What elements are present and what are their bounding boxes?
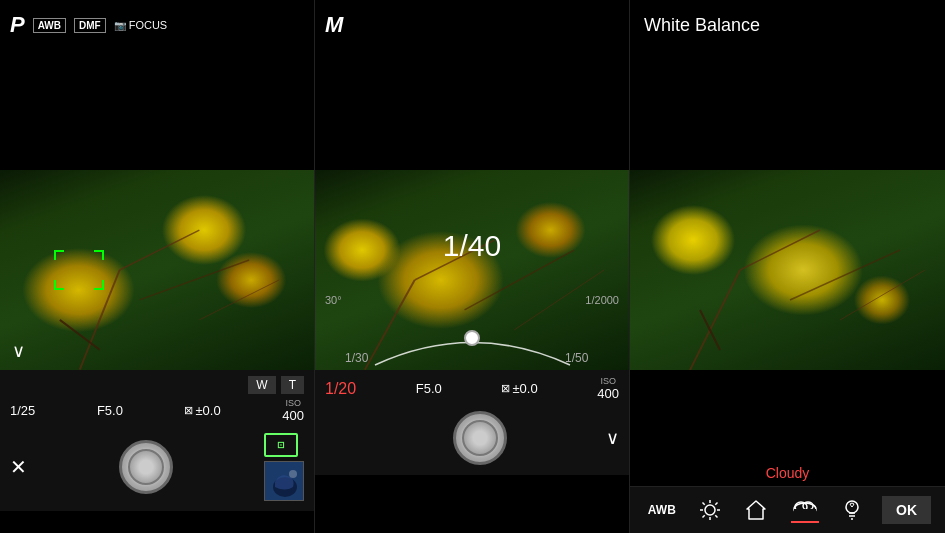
svg-line-15 [690,270,740,370]
shadow-icon [745,499,767,521]
right-scene [630,170,945,370]
middle-scene: 1/40 1/30 1/50 [315,170,629,370]
wb-selector-area: Cloudy AWB [630,370,945,533]
left-bottom-controls: W T 1/25 F5.0 ⊠ ±0.0 ISO 400 ✕ ⊡ [0,370,314,511]
shutter-btn-inner [128,449,164,485]
svg-rect-33 [794,509,816,515]
wb-selected-label: Cloudy [630,456,945,486]
camera-panel-middle: M 1/40 1/30 [315,0,630,533]
ev-icon-middle: ⊠ [501,382,510,395]
zoom-w-button[interactable]: W [248,376,275,394]
bracket-bl [54,280,64,290]
ok-button[interactable]: OK [882,496,931,524]
mode-indicator-m: M [325,12,343,38]
svg-line-26 [716,515,718,517]
svg-text:1/50: 1/50 [565,351,589,365]
svg-line-19 [700,310,720,350]
ev-left: ⊠ ±0.0 [184,403,220,418]
svg-point-7 [289,470,297,478]
aperture-left: F5.0 [97,403,123,418]
left-scene: ∨ [0,170,314,370]
shutter-button-left[interactable] [119,440,173,494]
mode-indicator-p: P [10,12,25,38]
left-top-bar: P AWB DMF 📷 FOCUS [0,0,314,50]
right-title-bar: White Balance [630,0,945,50]
wb-option-shadow[interactable] [741,497,771,523]
angle-label: 30° [325,290,342,308]
sunny-icon [699,499,721,521]
shutter-main-display: 1/40 [443,229,501,263]
left-viewfinder[interactable]: ∨ [0,170,314,370]
ev-icon-left: ⊠ [184,404,193,417]
zoom-t-button[interactable]: T [281,376,304,394]
cloudy-icon [792,497,818,515]
svg-line-27 [716,503,718,505]
zoom-controls: W T [10,376,304,394]
svg-line-3 [199,280,279,320]
iso-group-middle: ISO 400 [597,376,619,401]
awb-text: AWB [648,503,676,517]
middle-action-row: ∨ [325,407,619,469]
svg-line-16 [740,230,820,270]
focus-bracket [54,250,104,290]
shutter-btn-inner-m [462,420,498,456]
white-balance-title: White Balance [644,15,760,36]
left-settings-row: 1/25 F5.0 ⊠ ±0.0 ISO 400 [10,398,304,423]
shutter-speed-left: 1/25 [10,403,35,418]
svg-point-12 [465,331,479,345]
shutter-overlay: 1/40 [443,229,501,263]
svg-line-18 [840,270,925,320]
svg-marker-29 [747,501,765,519]
wb-option-tungsten[interactable] [838,497,866,523]
wb-active-indicator [791,521,819,523]
svg-line-17 [790,250,900,300]
bracket-tr [94,250,104,260]
svg-line-28 [703,515,705,517]
bracket-tl [54,250,64,260]
max-speed-label: 1/2000 [585,290,619,308]
wb-option-sunny[interactable] [695,497,725,523]
chevron-down-middle[interactable]: ∨ [606,427,619,449]
bracket-br [94,280,104,290]
svg-text:1/30: 1/30 [345,351,369,365]
live-icon[interactable]: ⊡ [264,433,298,457]
focus-label: 📷 FOCUS [114,19,168,31]
awb-badge: AWB [33,18,66,33]
camera-panel-right: White Balance Cloudy AWB [630,0,945,533]
right-viewfinder [630,170,945,370]
svg-point-20 [705,505,715,515]
left-black-top [0,50,314,170]
svg-line-1 [120,230,200,270]
ev-middle: ⊠ ±0.0 [501,381,537,396]
tools-icon[interactable]: ✕ [10,455,27,479]
svg-line-4 [60,320,100,350]
middle-settings-row: 1/20 F5.0 ⊠ ±0.0 ISO 400 [325,376,619,401]
iso-group-left: ISO 400 [282,398,304,423]
aperture-middle: F5.0 [416,381,442,396]
svg-line-25 [703,503,705,505]
middle-bottom-controls: 1/20 F5.0 ⊠ ±0.0 ISO 400 ∨ [315,370,629,475]
wb-option-cloudy[interactable] [787,495,823,525]
chevron-icon[interactable]: ∨ [12,340,25,362]
dmf-badge: DMF [74,18,106,33]
camera-small-icon: 📷 [114,20,126,31]
svg-line-2 [140,260,250,300]
middle-top-bar: M [315,0,629,50]
camera-panel-left: P AWB DMF 📷 FOCUS [0,0,315,533]
wb-option-awb[interactable]: AWB [644,501,680,519]
left-action-row: ✕ ⊡ [10,429,304,505]
shutter-speed-middle: 1/20 [325,380,356,398]
right-black-top [630,50,945,170]
wb-bottom-bar: AWB [630,486,945,533]
middle-viewfinder[interactable]: 1/40 1/30 1/50 30° 1/2000 [315,170,629,370]
tungsten-icon [842,499,862,521]
gallery-thumbnail[interactable] [264,461,304,501]
middle-black-top [315,50,629,170]
shutter-button-middle[interactable] [453,411,507,465]
dial-arc-container: 1/30 1/50 [315,310,629,370]
